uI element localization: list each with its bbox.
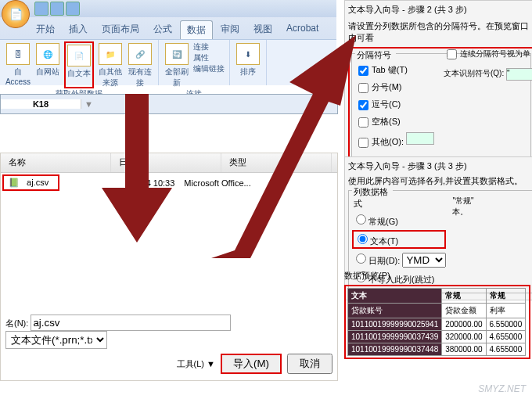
data-preview: 数据预览(P) 文本常规常规 贷款账号贷款金额利率 10110019999990… xyxy=(344,270,530,359)
wiz3-desc: 使用此屏内容可选择各列,并设置其数据格式。 xyxy=(348,175,532,187)
name-box[interactable]: K18 xyxy=(1,99,81,109)
arrow-down-icon xyxy=(102,94,180,250)
tools-dropdown[interactable]: 工具(L) xyxy=(177,359,204,368)
text-qualifier[interactable]: " xyxy=(506,68,532,81)
chk-other[interactable]: 其他(O): xyxy=(355,132,527,150)
radio-date[interactable]: 日期(D): YMD xyxy=(352,251,446,268)
date-format-select[interactable]: YMD xyxy=(402,253,446,268)
existing-conn-button[interactable]: 🔗现有连接 xyxy=(127,41,153,88)
group-external-data: 🗄自 Access 🌐自网站 📄自文本 📁自其他来源 🔗现有连接 获取外部数据 xyxy=(0,40,159,85)
filter-select[interactable]: 文本文件(*.prn;*.txt;*.csv) xyxy=(5,331,107,349)
from-other-button[interactable]: 📁自其他来源 xyxy=(97,41,124,88)
tab-formulas[interactable]: 公式 xyxy=(147,20,178,39)
cancel-button[interactable]: 取消 xyxy=(287,354,332,374)
chk-consecutive[interactable]: 连续分隔符号视为单 xyxy=(444,47,532,62)
chk-comma[interactable]: 逗号(C) xyxy=(355,98,527,113)
chk-space[interactable]: 空格(S) xyxy=(355,115,527,130)
tab-home[interactable]: 开始 xyxy=(30,20,61,39)
radio-general[interactable]: 常规(G) xyxy=(352,212,446,228)
col-name[interactable]: 名称 xyxy=(1,153,111,172)
radio-text[interactable]: 文本(T) xyxy=(352,230,446,249)
arrow-diag-icon xyxy=(203,31,360,266)
preview-label: 数据预览(P) xyxy=(344,270,530,282)
filename-input[interactable] xyxy=(31,315,231,331)
from-web-button[interactable]: 🌐自网站 xyxy=(34,41,61,88)
refresh-all-button[interactable]: 🔄全部刷新 xyxy=(164,41,190,88)
chk-semicolon[interactable]: 分号(M) xyxy=(355,81,527,95)
from-access-button[interactable]: 🗄自 Access xyxy=(5,41,31,88)
quick-access-toolbar[interactable] xyxy=(34,2,80,16)
wiz3-title: 文本导入向导 - 步骤 3 (共 3 步) xyxy=(348,160,532,172)
file-item[interactable]: 📗 aj.csv xyxy=(2,174,59,191)
filename-label: 名(N): xyxy=(5,318,28,328)
tab-layout[interactable]: 页面布局 xyxy=(95,20,146,39)
wiz2-desc: 请设置分列数据所包含的分隔符号。在预览窗口内可看 xyxy=(348,20,532,44)
import-button[interactable]: 导入(M) xyxy=(221,354,282,374)
from-text-button[interactable]: 📄自文本 xyxy=(64,41,94,88)
preview-table: 文本常规常规 贷款账号贷款金额利率 1011001999999002594120… xyxy=(347,288,526,356)
watermark: SMYZ.NET xyxy=(478,383,526,394)
tab-insert[interactable]: 插入 xyxy=(63,20,94,39)
office-orb[interactable]: 📄 xyxy=(2,0,30,28)
wiz2-title: 文本导入向导 - 步骤 2 (共 3 步) xyxy=(348,4,532,16)
